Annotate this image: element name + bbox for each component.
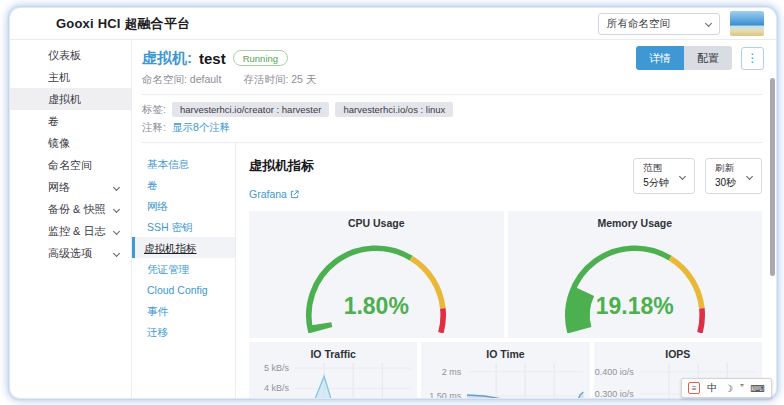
sidebar: 仪表板 主机 虚拟机 卷 镜像 命名空间 网络 备份 & 快照 监控 & 日志 … [10,40,132,398]
scrollbar[interactable] [770,78,775,276]
detail-tabs: 基本信息 卷 网络 SSH 密钥 虚拟机指标 凭证管理 Cloud Config… [132,143,236,398]
tab-events[interactable]: 事件 [132,300,235,321]
app-title: Gooxi HCI 超融合平台 [56,15,190,33]
io-traffic-chart: IO Traffic 5 kB/s4 kB/s3 kB/s [249,342,417,398]
chevron-down-icon [113,205,120,212]
metrics-dashboard: CPU Usage 1.80% Memory Usage 19.18% [249,211,762,398]
tab-access-credentials[interactable]: 凭证管理 [132,258,235,279]
ime-fullwidth-icon[interactable]: ☽ [724,383,733,394]
sidebar-item-virtual-machines[interactable]: 虚拟机 [10,88,131,110]
namespace-filter-value: 所有命名空间 [607,17,670,31]
y-axis-labels: 0.400 io/s0.300 io/s0.200 io/s [594,363,640,398]
range-select[interactable]: 范围 5分钟 [633,158,695,194]
cpu-usage-gauge: CPU Usage 1.80% [249,211,504,338]
status-badge: Running [233,50,288,66]
tab-basics[interactable]: 基本信息 [132,153,235,174]
io-time-chart: IO Time 2 ms1.50 ms1 ms [421,342,589,398]
config-button[interactable]: 配置 [684,46,732,70]
chevron-down-icon [746,172,753,179]
age-meta: 存活时间: 25 天 [243,73,316,87]
sidebar-item-networks[interactable]: 网络 [10,176,131,198]
external-link-icon [290,190,299,199]
tab-vm-metrics[interactable]: 虚拟机指标 [132,237,235,258]
sidebar-item-backup-snapshot[interactable]: 备份 & 快照 [10,198,131,220]
tab-networks[interactable]: 网络 [132,195,235,216]
sidebar-item-dashboard[interactable]: 仪表板 [10,44,131,66]
resource-type-label: 虚拟机: [142,49,192,68]
more-actions-button[interactable]: ⋮ [741,47,764,70]
sidebar-item-images[interactable]: 镜像 [10,132,131,154]
tab-cloud-config[interactable]: Cloud Config [132,279,235,300]
main-content: 虚拟机: test Running 详情 配置 ⋮ 命名空间: default … [132,40,776,398]
y-axis-labels: 5 kB/s4 kB/s3 kB/s [249,363,295,398]
labels-label: 标签: [142,103,166,117]
ime-punctuation-icon[interactable]: ” [740,383,743,394]
ime-toolbar[interactable]: ≡ 中 ☽ ” ⌨ [681,378,772,398]
namespace-meta: 命名空间: default [142,73,221,87]
user-avatar[interactable] [730,11,764,36]
chevron-down-icon [705,20,712,27]
vm-name: test [199,50,226,67]
cpu-usage-value: 1.80% [249,293,504,320]
sidebar-item-namespaces[interactable]: 命名空间 [10,154,131,176]
sidebar-item-volumes[interactable]: 卷 [10,110,131,132]
chevron-down-icon [679,172,686,179]
annotations-label: 注释: [142,121,166,135]
memory-usage-gauge: Memory Usage 19.18% [508,211,763,338]
top-bar: Gooxi HCI 超融合平台 所有命名空间 [10,8,776,40]
vm-metrics-panel: 虚拟机指标 范围 5分钟 刷新 30秒 [236,143,776,398]
namespace-filter-select[interactable]: 所有命名空间 [598,13,720,35]
show-annotations-link[interactable]: 显示8个注释 [172,121,230,135]
label-tag: harvesterhci.io/os : linux [335,102,453,117]
sidebar-item-advanced[interactable]: 高级选项 [10,242,131,264]
ime-chinese-mode-icon[interactable]: 中 [707,381,717,395]
sidebar-item-hosts[interactable]: 主机 [10,66,131,88]
chevron-down-icon [113,183,120,190]
tab-ssh-keys[interactable]: SSH 密钥 [132,216,235,237]
memory-usage-value: 19.18% [508,293,763,320]
sidebar-item-monitoring-logs[interactable]: 监控 & 日志 [10,220,131,242]
ime-logo-icon[interactable]: ≡ [688,382,700,394]
ime-keyboard-icon[interactable]: ⌨ [751,383,765,394]
chevron-down-icon [113,249,120,256]
tab-volumes[interactable]: 卷 [132,174,235,195]
refresh-select[interactable]: 刷新 30秒 [705,158,762,194]
tab-migration[interactable]: 迁移 [132,321,235,342]
grafana-link[interactable]: Grafana [249,188,299,200]
divider [142,94,762,95]
details-button[interactable]: 详情 [636,46,684,70]
label-tag: harvesterhci.io/creator : harvester [172,102,330,117]
y-axis-labels: 2 ms1.50 ms1 ms [421,363,467,398]
chevron-down-icon [113,227,120,234]
app-window: Gooxi HCI 超融合平台 所有命名空间 仪表板 主机 虚拟机 卷 镜像 命… [10,8,776,398]
